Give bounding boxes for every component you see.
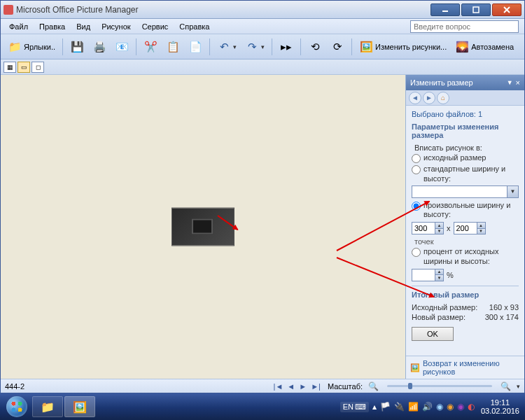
original-size-value: 160 x 93 [489,303,519,312]
zoom-out-icon[interactable]: 🔍 [368,382,379,391]
percent-sign: % [447,271,454,279]
autoreplace-button[interactable]: 🌄 Автозамена [452,38,517,55]
help-search-input[interactable] [410,20,519,33]
down-icon[interactable]: ▼ [477,229,485,234]
edit-pic-icon: 🖼️ [359,40,373,54]
maximize-button[interactable] [461,4,491,16]
prev-button[interactable]: ◄ [286,382,296,391]
up-icon[interactable]: ▲ [477,223,485,229]
panel-nav: ◄ ► ⌂ [406,90,524,106]
view-thumbnails[interactable]: ▦ [4,62,16,73]
selected-count: Выбрано файлов: 1 [412,110,519,118]
last-button[interactable]: ►| [309,382,322,391]
ok-button[interactable]: OK [412,327,454,341]
next-button[interactable]: ► [298,382,308,391]
zoom-in-icon[interactable]: 🔍 [500,382,511,391]
image-canvas [1,75,405,379]
width-input[interactable] [412,223,435,234]
view-filmstrip[interactable]: ▭ [18,62,30,73]
save-button[interactable]: 💾 [67,38,87,55]
nav-fwd-button[interactable]: ► [423,92,435,104]
start-button[interactable] [3,395,31,419]
chevron-down-icon[interactable]: ▾ [517,383,520,390]
panel-close-icon[interactable]: × [516,78,520,87]
tray-volume-icon[interactable]: 🔊 [422,402,433,412]
undo-button[interactable]: ↶▾ [214,38,239,55]
new-size-label: Новый размер: [412,313,465,321]
nav-home-button[interactable]: ⌂ [437,92,449,104]
height-spinbox[interactable]: ▲▼ [454,222,486,234]
tray-app4-icon[interactable]: ◐ [468,402,475,412]
menu-picture[interactable]: Рисунок [96,21,136,32]
copy-icon: 📋 [166,40,180,54]
back-to-edit-link[interactable]: 🖼️ Возврат к изменению рисунков [410,359,520,376]
task-explorer[interactable]: 📁 [32,396,63,417]
undo-icon: ↶ [217,40,231,54]
clock[interactable]: 19:11 03.02.2016 [481,398,519,415]
minimize-button[interactable] [430,4,460,16]
rotate-left-icon: ⟲ [308,40,322,54]
radio-original[interactable] [412,154,421,163]
help-search[interactable] [410,20,519,33]
system-tray: EN⌨ ▴ 🏳️ 🔌 📶 🔊 ◉ ◉ ◉ ◐ 19:11 03.02.2016 [340,398,522,415]
menu-file[interactable]: Файл [4,21,34,32]
paste-button[interactable]: 📄 [186,38,205,55]
height-input[interactable] [454,223,477,234]
tray-app2-icon[interactable]: ◉ [447,402,454,412]
autoreplace-icon: 🌄 [455,40,469,54]
tray-show-hidden[interactable]: ▴ [372,402,377,412]
filename-label: 444-2 [5,382,24,391]
up-icon[interactable]: ▲ [435,223,443,229]
radio-percent[interactable] [412,248,421,257]
close-button[interactable] [492,4,522,16]
task-picturemanager[interactable]: 🖼️ [64,396,95,417]
percent-spinbox[interactable]: ▲▼ [412,269,444,281]
rotate-left-button[interactable]: ⟲ [305,38,325,55]
view-single[interactable]: ◻ [31,62,44,73]
chevron-down-icon[interactable]: ▼ [507,186,518,197]
down-icon[interactable]: ▼ [435,229,443,234]
expand-button[interactable]: ▸▸ [276,38,296,55]
percent-input[interactable] [412,270,435,281]
tray-network-icon[interactable]: 📶 [408,402,419,412]
print-button[interactable]: 🖨️ [90,38,109,55]
menu-view[interactable]: Вид [71,21,96,32]
section-title: Параметры изменения размера [412,122,519,139]
radio-standard[interactable] [412,165,421,174]
tray-flag-icon[interactable]: 🏳️ [380,402,391,412]
menu-tools[interactable]: Сервис [136,21,174,32]
radio-custom-label[interactable]: произвольные ширину и высоту: [424,201,519,220]
statusbar: 444-2 |◄ ◄ ► ►| Масштаб: 🔍 🔍 ▾ [1,379,524,393]
copy-button[interactable]: 📋 [163,38,183,55]
radio-original-label[interactable]: исходный размер [424,153,519,163]
language-indicator[interactable]: EN⌨ [340,402,369,412]
nav-arrows: |◄ ◄ ► ►| [272,382,322,391]
cut-button[interactable]: ✂️ [141,38,160,55]
tray-app1-icon[interactable]: ◉ [436,402,443,412]
radio-percent-label[interactable]: процент от исходных ширины и высоты: [424,247,519,267]
tray-power-icon[interactable]: 🔌 [394,402,405,412]
menu-edit[interactable]: Правка [34,21,71,32]
panel-menu-icon[interactable]: ▼ [507,79,513,86]
first-button[interactable]: |◄ [272,382,285,391]
by-label: x [447,224,451,232]
image-preview[interactable] [172,208,234,246]
width-spinbox[interactable]: ▲▼ [412,222,444,234]
edit-pictures-button[interactable]: 🖼️ Изменить рисунки... [356,38,449,55]
rotate-right-button[interactable]: ⟳ [328,38,347,55]
zoom-slider[interactable] [387,385,492,387]
tray-app3-icon[interactable]: ◉ [457,402,464,412]
shortcuts-button[interactable]: 📁 Ярлыки.. [5,38,58,55]
standard-size-combo[interactable]: ▼ [412,186,519,198]
redo-button[interactable]: ↷▾ [242,38,267,55]
keyboard-icon: ⌨ [355,402,366,412]
menu-help[interactable]: Справка [174,21,215,32]
radio-standard-label[interactable]: стандартные ширину и высоту: [424,164,519,184]
app-icon [4,5,13,15]
svg-rect-1 [473,7,479,13]
up-icon[interactable]: ▲ [435,270,443,276]
mail-button[interactable]: 📧 [112,38,132,55]
panel-title: Изменить размер [410,78,473,87]
down-icon[interactable]: ▼ [435,275,443,281]
nav-back-button[interactable]: ◄ [409,92,421,104]
